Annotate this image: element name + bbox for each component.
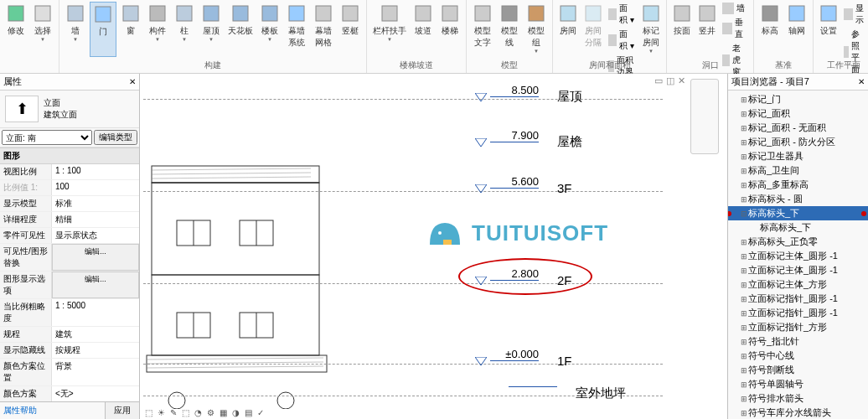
level-line[interactable]	[143, 364, 663, 365]
subtype-label: 建筑立面	[44, 109, 77, 121]
tree-item[interactable]: ⊞立面标记主体_方形	[728, 277, 868, 292]
level-mark-屋顶[interactable]: 8.500屋顶	[475, 89, 582, 105]
ribbon-竖井[interactable]: 竖井	[695, 2, 719, 57]
ribbon-房间[interactable]: 房间	[556, 2, 580, 57]
svg-point-48	[438, 231, 442, 235]
props-row[interactable]: 颜色方案位置背景	[0, 359, 139, 386]
ribbon-设置[interactable]: 设置	[817, 2, 840, 57]
ribbon-面积▾[interactable]: 面积 ▾	[607, 2, 638, 27]
ribbon-房间分隔[interactable]: 房间分隔	[581, 2, 605, 57]
ribbon-栏杆扶手[interactable]: 栏杆扶手▼	[370, 2, 409, 57]
ribbon-门[interactable]: 门	[90, 2, 116, 57]
tree-item[interactable]: ⊞符号单圆轴号	[728, 377, 868, 391]
ribbon-模型线[interactable]: 模型线	[497, 2, 522, 57]
ribbon-选择[interactable]: 选择▼	[30, 2, 55, 57]
tree-item[interactable]: ⊞标记_面积 - 防火分区	[728, 135, 868, 149]
svg-line-45	[147, 366, 323, 368]
ribbon-屋顶[interactable]: 屋顶▼	[199, 2, 224, 57]
ribbon-窗[interactable]: 窗	[118, 2, 143, 57]
ribbon-墙[interactable]: 墙▼	[63, 2, 88, 57]
tree-item[interactable]: ⊞标记_门	[728, 92, 868, 106]
svg-rect-26	[821, 6, 836, 21]
tree-item[interactable]: ⊞标记_面积 - 无面积	[728, 121, 868, 135]
tree-item[interactable]: ⊞标高_多重标高	[728, 178, 868, 192]
svg-rect-8	[233, 6, 248, 21]
svg-rect-0	[8, 6, 23, 21]
ribbon-幕墙网格[interactable]: 幕墙网格	[311, 2, 336, 57]
level-mark-3F[interactable]: 5.6003F	[475, 181, 572, 195]
tree-item[interactable]: ⊞符号_指北针	[728, 334, 868, 349]
property-help-link[interactable]: 属性帮助	[0, 402, 105, 419]
props-row[interactable]: 可见性/图形替换编辑...	[0, 244, 139, 272]
tree-item[interactable]: ⊞符号排水箭头	[728, 391, 868, 406]
ribbon-垂直[interactable]: 垂直	[721, 16, 750, 41]
tree-item[interactable]: ⊞立面标记指针_方形	[728, 320, 868, 334]
tree-item[interactable]: ⊞标记_面积	[728, 106, 868, 121]
svg-line-43	[147, 358, 323, 360]
props-row[interactable]: 颜色方案<无>	[0, 386, 139, 401]
props-row[interactable]: 当比例粗略度1 : 5000	[0, 299, 139, 327]
apply-button[interactable]: 应用	[105, 402, 139, 419]
svg-rect-20	[586, 6, 601, 21]
ribbon-幕墙系统[interactable]: 幕墙系统	[284, 2, 309, 57]
tree-item[interactable]: ⊞立面标记指针_圆形 -1	[728, 306, 868, 320]
props-row[interactable]: 详细程度精细	[0, 212, 139, 228]
close-icon[interactable]: ✕	[129, 77, 136, 86]
drawing-canvas[interactable]: ▭◫✕	[140, 74, 727, 419]
ribbon-轴网[interactable]: 轴网	[784, 2, 809, 57]
view-status-bar[interactable]: ⬚☀✎⬚◔⚙▦◑▤✓	[143, 408, 266, 417]
tree-item[interactable]: ⊞符号车库分水线箭头	[728, 406, 868, 419]
props-row[interactable]: 视图比例1 : 100	[0, 164, 139, 180]
props-row[interactable]: 比例值 1:100	[0, 180, 139, 196]
level-mark-室外地坪[interactable]: 室外地坪	[509, 385, 626, 401]
instance-select[interactable]: 立面: 南	[2, 130, 92, 145]
svg-rect-18	[529, 6, 544, 21]
ribbon-竖梃[interactable]: 竖梃	[338, 2, 363, 57]
level-mark-1F[interactable]: ±0.0001F	[475, 354, 572, 368]
tree-item[interactable]: 标高标头_下	[728, 220, 868, 235]
ribbon-标记房间[interactable]: 标记房间▼	[639, 2, 663, 57]
svg-rect-16	[475, 6, 490, 21]
level-mark-屋檐[interactable]: 7.900屋檐	[475, 134, 582, 150]
ribbon-楼板[interactable]: 楼板▼	[257, 2, 282, 57]
edit-type-button[interactable]: 编辑类型	[94, 130, 137, 145]
close-icon[interactable]: ✕	[858, 77, 865, 86]
ribbon-按面[interactable]: 按面	[670, 2, 694, 57]
ribbon-显示[interactable]: 显示	[842, 2, 868, 27]
type-label: 立面	[44, 97, 77, 109]
tree-item[interactable]: ⊟标高标头_下	[728, 206, 868, 220]
ribbon-模型文字[interactable]: 模型文字	[470, 2, 495, 57]
tree-item[interactable]: ⊞符号中心线	[728, 349, 868, 363]
svg-rect-17	[502, 6, 517, 21]
ribbon-面积▾[interactable]: 面积 ▾	[607, 28, 638, 53]
props-row[interactable]: 显示模型标准	[0, 196, 139, 212]
level-line[interactable]	[143, 99, 663, 100]
ribbon-修改[interactable]: 修改	[3, 2, 28, 57]
props-row[interactable]: 显示隐藏线按规程	[0, 343, 139, 359]
type-selector[interactable]: ⬆ 立面 建筑立面	[0, 91, 139, 128]
ribbon-柱[interactable]: 柱▼	[172, 2, 197, 57]
level-line[interactable]	[143, 191, 663, 192]
tree-item[interactable]: ⊞立面标记主体_圆形 -1	[728, 263, 868, 277]
props-row[interactable]: 规程建筑	[0, 327, 139, 343]
props-row[interactable]: 零件可见性显示原状态	[0, 228, 139, 244]
ribbon-楼梯[interactable]: 楼梯	[437, 2, 462, 57]
tree-item[interactable]: ⊞符号剖断线	[728, 363, 868, 377]
svg-rect-5	[150, 6, 165, 21]
ribbon-标高[interactable]: 标高	[757, 2, 783, 57]
ribbon-天花板[interactable]: 天花板	[225, 2, 256, 57]
properties-header: 属性 ✕	[0, 74, 139, 91]
ribbon-坡道[interactable]: 坡道	[411, 2, 436, 57]
ribbon-墙[interactable]: 墙	[721, 2, 750, 15]
ribbon-模型组[interactable]: 模型组▼	[524, 2, 549, 57]
tree-item[interactable]: ⊞标记卫生器具	[728, 149, 868, 163]
svg-rect-23	[700, 6, 715, 21]
tree-item[interactable]: ⊞立面标记指针_圆形 -1	[728, 292, 868, 306]
ribbon-构件[interactable]: 构件▼	[145, 2, 170, 57]
tree-item[interactable]: ⊞立面标记主体_圆形 -1	[728, 249, 868, 263]
tree-item[interactable]: ⊞标高_卫生间	[728, 163, 868, 178]
tree-item[interactable]: ⊞标高标头 - 圆	[728, 192, 868, 206]
svg-point-47	[277, 392, 294, 409]
props-row[interactable]: 图形显示选项编辑...	[0, 272, 139, 299]
tree-item[interactable]: ⊞标高标头_正负零	[728, 235, 868, 249]
